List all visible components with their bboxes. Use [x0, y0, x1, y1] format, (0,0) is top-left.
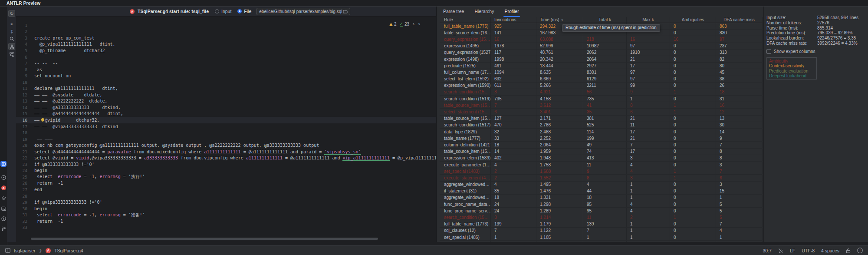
table-row[interactable]: aggregate_windowed…41.4954103: [440, 182, 763, 188]
code-line[interactable]: 5 @p_tblname dtchar32: [16, 47, 436, 54]
table-row[interactable]: execute_parameter (1…41.75811403: [440, 162, 763, 168]
code-line[interactable]: 32 return -1: [16, 218, 436, 225]
line-ending-selector[interactable]: LF: [790, 248, 795, 253]
table-row[interactable]: select_list (1581)6321.073632106: [440, 241, 763, 242]
scroll-to-source-icon[interactable]: ↧: [8, 28, 15, 35]
code-line[interactable]: 20exec nb_com_getsysconfig @a11111111111…: [16, 142, 436, 149]
code-line[interactable]: 15—— —— @a4444444444444444 dtint,: [16, 111, 436, 117]
table-row[interactable]: set_special (1483)21.6889417: [440, 168, 763, 175]
warning-counter[interactable]: 2: [389, 22, 397, 26]
code-line[interactable]: 16—— @vipid dtchar32,: [16, 117, 436, 123]
code-line[interactable]: 19 —— ———: [16, 136, 436, 142]
code-line[interactable]: 9set nocount on: [16, 73, 436, 79]
code-line[interactable]: 31 select errorcode = -1, errormsg = '准备…: [16, 212, 436, 218]
table-row[interactable]: table_name (1777)332.2521992109: [440, 135, 763, 142]
table-row[interactable]: aggregate_windowed…181.33118101: [440, 195, 763, 201]
info-icon[interactable]: !: [857, 248, 863, 253]
code-line[interactable]: 11declare @a1111111111111 dtint,: [16, 85, 436, 92]
column-header-rule[interactable]: Rule: [440, 17, 491, 23]
file-radio[interactable]: File: [237, 9, 251, 14]
column-header-invocations[interactable]: Invocations: [491, 17, 536, 23]
code-line[interactable]: 22select @vipid = vipid,@vipa33333333333…: [16, 155, 436, 161]
table-row[interactable]: table_source_item (15…73.612418116: [440, 102, 763, 109]
table-row[interactable]: expression_elem (1590)6115.266321199026: [440, 83, 763, 89]
code-line[interactable]: 7-- -- --: [16, 60, 436, 66]
column-header-total-k[interactable]: Total k: [583, 17, 627, 23]
window-icon[interactable]: [5, 248, 10, 253]
table-row[interactable]: data_type (1829)322.48811417014: [440, 129, 763, 135]
tab-parse-tree[interactable]: Parse tree: [443, 9, 464, 17]
code-line[interactable]: 4 @p_vipa1111111111111 dtint,: [16, 41, 436, 48]
hierarchy-icon[interactable]: [8, 51, 15, 58]
table-row[interactable]: table_source_item (15…1273.17138121013: [440, 116, 763, 122]
next-issue-chevron-icon[interactable]: ∨: [418, 22, 421, 26]
breadcrumb-project[interactable]: tsql-parser: [14, 248, 36, 253]
table-row[interactable]: func_proc_name_data…241.29895405: [440, 201, 763, 208]
table-row[interactable]: predicate (1525)46113.444292717080: [440, 63, 763, 69]
code-line[interactable]: 8 as: [16, 66, 436, 73]
tab-hierarchy[interactable]: Hierarchy: [474, 9, 494, 17]
git-branch-icon[interactable]: [0, 225, 7, 232]
code-line[interactable]: 3create proc up_com_test: [16, 35, 436, 41]
table-row[interactable]: sql_clauses (12)71.1227104: [440, 228, 763, 234]
stop-icon[interactable]: ■: [8, 20, 15, 27]
column-header-max-k[interactable]: Max k: [627, 17, 670, 23]
code-line[interactable]: 28: [16, 193, 436, 199]
column-header-dfa-cache-miss[interactable]: DFA cache miss: [716, 17, 763, 23]
table-row[interactable]: select_list_elem (1592)6326.669612997038: [440, 76, 763, 83]
table-row[interactable]: search_condition (15…31.21411215: [440, 214, 763, 221]
code-line[interactable]: 25 select errorcode = -1, errormsg = '执行…: [16, 174, 436, 180]
inspections-widget[interactable]: 2 ✓ 23 ∧ ∨: [389, 22, 421, 26]
column-header-time-ms-[interactable]: Time (ms)∨: [536, 17, 583, 23]
code-line[interactable]: 1: [16, 22, 436, 29]
layers-icon[interactable]: [0, 195, 7, 201]
code-line[interactable]: 33: [16, 225, 436, 231]
search-icon[interactable]: [8, 35, 15, 42]
code-line[interactable]: 13—— —— @a2222222222 dtdate,: [16, 98, 436, 105]
weak-warning-counter[interactable]: ✓ 23: [400, 22, 410, 26]
terminal-icon[interactable]: [0, 205, 7, 212]
code-line[interactable]: 6: [16, 54, 436, 60]
run-tool-icon[interactable]: [0, 174, 7, 180]
refresh-icon[interactable]: ↻: [8, 10, 15, 17]
profiler-nodes-icon[interactable]: [8, 43, 15, 50]
code-line[interactable]: 29if @vipa333333333333 !='0': [16, 199, 436, 205]
code-line[interactable]: 12—— —— @sysdate dtdate,: [16, 92, 436, 98]
column-header-ambiguities[interactable]: Ambiguities: [670, 17, 716, 23]
code-line[interactable]: 2: [16, 29, 436, 35]
antlr-logo-icon[interactable]: A: [0, 185, 7, 191]
table-row[interactable]: expression_elem (1589)4021.948413308: [440, 155, 763, 162]
code-line[interactable]: 17—— —— @vipa333333333333 dtkind: [16, 123, 436, 130]
code-line[interactable]: 23if @a333333333333 !='0': [16, 161, 436, 168]
breadcrumb-file[interactable]: TSqlParser.g4: [54, 248, 83, 253]
tab-profiler[interactable]: Profiler: [504, 9, 519, 17]
table-row[interactable]: expression (1495)197852.99910982970237: [440, 43, 763, 50]
code-line[interactable]: 26 return -1: [16, 180, 436, 187]
table-row[interactable]: full_column_name (17…10948.635830197045: [440, 69, 763, 76]
table-row[interactable]: expression (1498)199820.342206421082: [440, 56, 763, 63]
table-row[interactable]: table_source_item (15…141.959741708: [440, 149, 763, 155]
table-row[interactable]: full_table_name (1773)1391.179139107: [440, 221, 763, 228]
folder-icon[interactable]: [343, 10, 348, 13]
antlr-preview-tool-icon[interactable]: [0, 161, 7, 167]
table-row[interactable]: query_expression (1527)11748.76120621910…: [440, 50, 763, 56]
code-line[interactable]: 27end: [16, 186, 436, 193]
code-line[interactable]: 10: [16, 79, 436, 86]
table-row[interactable]: search_condition (1519)7354.1587351031: [440, 96, 763, 102]
table-row[interactable]: search_condition (1517)4702.78652511030: [440, 122, 763, 129]
code-line[interactable]: 30begin: [16, 205, 436, 212]
horizontal-scrollbar[interactable]: [31, 238, 378, 240]
prev-issue-chevron-icon[interactable]: ∧: [412, 22, 415, 26]
problems-icon[interactable]: [0, 215, 7, 222]
file-path-field[interactable]: ebelice/Github/tsql-parser/examples/big.…: [256, 8, 350, 15]
indent-selector[interactable]: 4 spaces: [821, 248, 839, 253]
table-row[interactable]: if_statement (31)351.476441015: [440, 188, 763, 195]
preview-editor[interactable]: 123create proc up_com_test4 @p_vipa11111…: [16, 17, 436, 242]
show-expert-columns-checkbox[interactable]: Show expert columns: [766, 49, 867, 54]
input-radio[interactable]: Input: [215, 9, 231, 14]
table-row[interactable]: execute_statement (4…21.5528316: [440, 175, 763, 181]
pen-disabled-icon[interactable]: [778, 248, 783, 253]
code-line[interactable]: 21select @a4444444444444444 = paravalue …: [16, 149, 436, 155]
table-row[interactable]: search_condition (15…84.921569118: [440, 89, 763, 96]
lock-open-icon[interactable]: [846, 248, 851, 253]
